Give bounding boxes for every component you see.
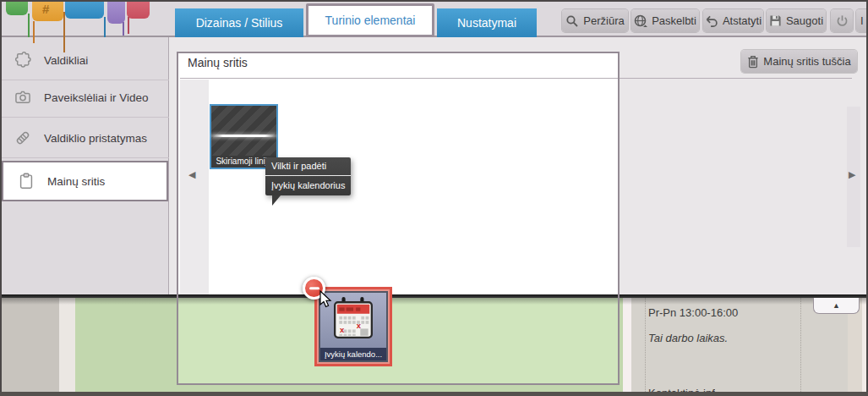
sidebar-item-widget-presentation[interactable]: Valdiklio pristatymas bbox=[0, 118, 169, 158]
dragged-widget-event-calendar[interactable]: x x Įvykių kalendo... bbox=[314, 287, 392, 366]
divider-line-preview bbox=[211, 135, 276, 137]
reset-label: Atstatyti bbox=[723, 14, 762, 27]
magnifier-icon bbox=[565, 14, 579, 28]
logo-bubble-red bbox=[127, 0, 150, 19]
reset-button[interactable]: Atstatyti bbox=[703, 9, 763, 32]
logo-hash-glyph: # bbox=[42, 2, 49, 16]
publish-button[interactable]: Paskelbti bbox=[631, 9, 699, 32]
tab-label: Turinio elementai bbox=[325, 14, 416, 27]
dragged-widget-thumbnail: x x Įvykių kalendo... bbox=[319, 291, 388, 362]
carousel-prev-button[interactable]: ◀ bbox=[188, 170, 195, 179]
calendar-icon: x x bbox=[332, 297, 374, 341]
chevron-left-icon: ◀ bbox=[188, 169, 195, 179]
save-label: Saugoti bbox=[786, 14, 823, 27]
sidebar-item-label: Valdikliai bbox=[44, 54, 88, 67]
logo-tail-blue bbox=[104, 17, 106, 37]
logo-bubble-green bbox=[6, 0, 28, 15]
tab-label: Nustatymai bbox=[457, 16, 516, 30]
logo-tail-green bbox=[28, 14, 30, 37]
puzzle-icon bbox=[14, 51, 32, 69]
tab-settings[interactable]: Nustatymai bbox=[437, 8, 537, 37]
svg-text:x: x bbox=[357, 322, 362, 330]
chevron-up-icon: ▲ bbox=[833, 301, 840, 310]
sidebar-item-widgets[interactable]: Valdikliai bbox=[0, 41, 169, 80]
svg-text:x: x bbox=[340, 326, 345, 334]
tab-design-style[interactable]: Dizainas / Stilius bbox=[175, 8, 303, 37]
carousel-next-button[interactable]: ▶ bbox=[849, 170, 855, 179]
collapse-drawer-button[interactable]: ▲ bbox=[813, 298, 860, 314]
globe-icon bbox=[634, 14, 647, 28]
logo-bubble-purple bbox=[107, 0, 125, 24]
top-toolbar: # Dizainas / Stilius Turinio elementai N… bbox=[0, 0, 868, 37]
drop-zone-highlight[interactable] bbox=[178, 298, 618, 383]
logo-tail-red bbox=[128, 17, 129, 34]
page-gutter-strip bbox=[623, 298, 631, 392]
sidebar-item-label: Valdiklio pristatymas bbox=[44, 132, 147, 145]
undo-icon bbox=[705, 15, 718, 27]
panel-title: Mainų sritis bbox=[188, 56, 248, 69]
empty-swap-area-button[interactable]: Mainų sritis tuščia bbox=[741, 50, 857, 73]
logo-string-orange bbox=[63, 12, 65, 52]
power-icon bbox=[836, 14, 849, 27]
drag-tooltip-widget-name: Įvykių kalendorius bbox=[265, 175, 351, 195]
pen-icon bbox=[14, 129, 32, 147]
empty-swap-area-label: Mainų sritis tuščia bbox=[763, 55, 850, 68]
floppy-icon bbox=[769, 14, 782, 27]
sidebar-item-swap-area[interactable]: Mainų sritis bbox=[2, 161, 168, 201]
dragged-widget-label: Įvykių kalendo... bbox=[320, 348, 386, 360]
logo-tail-purple bbox=[123, 22, 124, 36]
logo-bubble-blue bbox=[65, 0, 104, 19]
working-hours-text: Pr-Pn 13:00-16:00 bbox=[648, 306, 738, 319]
content-elements-drawer: Valdikliai Paveikslėliai ir Video bbox=[0, 37, 868, 296]
drag-tooltip: Vilkti ir padėti Įvykių kalendorius bbox=[265, 157, 351, 195]
exit-button[interactable] bbox=[831, 9, 853, 32]
working-hours-note: Tai darbo laikas. bbox=[648, 332, 728, 344]
page-margin-strip bbox=[59, 298, 75, 392]
sidebar-item-label: Mainų sritis bbox=[47, 175, 105, 188]
window-frame-bottom bbox=[0, 392, 868, 396]
swap-area-canvas bbox=[178, 52, 618, 296]
tooltip-tail bbox=[272, 195, 281, 206]
publish-label: Paskelbti bbox=[652, 14, 696, 27]
tab-content-elements[interactable]: Turinio elementai bbox=[306, 3, 434, 37]
clipboard-icon bbox=[17, 172, 35, 190]
trash-icon bbox=[747, 55, 759, 69]
window-frame-left bbox=[0, 0, 2, 396]
page-preview: Pr-Pn 13:00-16:00 Tai darbo laikas. Kont… bbox=[0, 298, 868, 392]
sidebar-item-label: Paveikslėliai ir Video bbox=[44, 91, 149, 104]
editor-window: Pr-Pn 13:00-16:00 Tai darbo laikas. Kont… bbox=[0, 0, 868, 396]
chevron-right-icon: ▶ bbox=[849, 169, 855, 179]
carousel-left-gutter bbox=[180, 80, 209, 296]
drawer-bottom-edge bbox=[0, 294, 868, 298]
camera-icon bbox=[14, 88, 32, 107]
sidebar: Valdikliai Paveikslėliai ir Video bbox=[0, 37, 169, 296]
remove-widget-badge[interactable] bbox=[303, 277, 325, 300]
save-button[interactable]: Saugoti bbox=[767, 9, 826, 32]
window-frame-top bbox=[0, 0, 868, 2]
sidebar-item-images-video[interactable]: Paveikslėliai ir Video bbox=[0, 78, 169, 118]
partial-button-label: I bbox=[860, 14, 864, 27]
preview-button[interactable]: Peržiūra bbox=[562, 9, 628, 32]
logo-tail-orange bbox=[33, 21, 35, 43]
preview-label: Peržiūra bbox=[583, 14, 624, 27]
panel-title-separator bbox=[180, 78, 852, 79]
drawer-shadow bbox=[0, 298, 868, 305]
tab-label: Dizainas / Stilius bbox=[196, 16, 283, 30]
drag-tooltip-hint: Vilkti ir padėti bbox=[265, 157, 351, 175]
